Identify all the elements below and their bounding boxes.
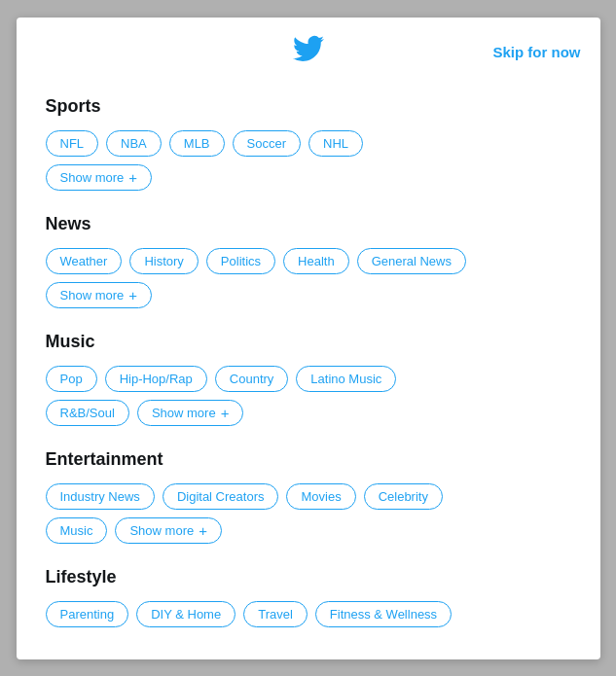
tags-row: R&B/SoulShow more+ xyxy=(46,400,571,426)
tags-row: Show more+ xyxy=(46,282,571,308)
tag-latino-music[interactable]: Latino Music xyxy=(296,366,396,392)
show-more-label: Show more xyxy=(60,288,125,302)
category-news: NewsWeatherHistoryPoliticsHealthGeneral … xyxy=(46,214,571,308)
category-music: MusicPopHip-Hop/RapCountryLatino MusicR&… xyxy=(46,332,571,426)
category-title-news: News xyxy=(46,214,571,234)
tag-movies[interactable]: Movies xyxy=(286,483,355,510)
show-more-entertainment[interactable]: Show more+ xyxy=(115,517,222,544)
tag-mlb[interactable]: MLB xyxy=(169,130,225,157)
tag-health[interactable]: Health xyxy=(283,248,349,274)
show-more-label: Show more xyxy=(152,406,216,420)
twitter-logo xyxy=(293,33,324,71)
tag-fitness---wellness[interactable]: Fitness & Wellness xyxy=(315,601,452,627)
plus-icon: + xyxy=(128,170,137,185)
category-lifestyle: LifestyleParentingDIY & HomeTravelFitnes… xyxy=(46,567,571,627)
tag-industry-news[interactable]: Industry News xyxy=(46,483,155,510)
tag-nfl[interactable]: NFL xyxy=(46,130,99,157)
tag-history[interactable]: History xyxy=(129,248,198,274)
tags-row: Show more+ xyxy=(46,164,571,191)
tag-pop[interactable]: Pop xyxy=(46,366,97,392)
category-title-entertainment: Entertainment xyxy=(46,449,571,470)
tag-nhl[interactable]: NHL xyxy=(308,130,363,157)
tag-r-b-soul[interactable]: R&B/Soul xyxy=(46,400,129,426)
tag-travel[interactable]: Travel xyxy=(243,601,308,627)
plus-icon: + xyxy=(128,288,137,302)
category-sports: SportsNFLNBAMLBSoccerNHLShow more+ xyxy=(46,96,571,191)
tag-parenting[interactable]: Parenting xyxy=(46,601,129,627)
plus-icon: + xyxy=(199,523,207,538)
tag-soccer[interactable]: Soccer xyxy=(233,130,301,157)
modal-header: Skip for now xyxy=(17,18,600,87)
plus-icon: + xyxy=(221,406,230,420)
show-more-music[interactable]: Show more+ xyxy=(137,400,244,426)
tag-general-news[interactable]: General News xyxy=(357,248,466,274)
modal-body[interactable]: SportsNFLNBAMLBSoccerNHLShow more+NewsWe… xyxy=(17,87,600,659)
show-more-sports[interactable]: Show more+ xyxy=(46,164,153,191)
tags-row: Industry NewsDigital CreatorsMoviesCeleb… xyxy=(46,483,571,510)
tag-politics[interactable]: Politics xyxy=(206,248,275,274)
tag-nba[interactable]: NBA xyxy=(106,130,162,157)
tag-digital-creators[interactable]: Digital Creators xyxy=(163,483,279,510)
category-title-sports: Sports xyxy=(46,96,571,117)
tags-row: NFLNBAMLBSoccerNHL xyxy=(46,130,571,157)
tag-diy---home[interactable]: DIY & Home xyxy=(136,601,236,627)
tags-row: ParentingDIY & HomeTravelFitness & Welln… xyxy=(46,601,571,627)
tag-weather[interactable]: Weather xyxy=(46,248,123,274)
modal-container: Skip for now SportsNFLNBAMLBSoccerNHLSho… xyxy=(17,18,600,659)
category-title-lifestyle: Lifestyle xyxy=(46,567,571,587)
category-title-music: Music xyxy=(46,332,571,352)
tags-row: PopHip-Hop/RapCountryLatino Music xyxy=(46,366,571,392)
show-more-label: Show more xyxy=(129,523,194,538)
tag-music[interactable]: Music xyxy=(46,517,108,544)
show-more-label: Show more xyxy=(60,170,125,185)
tags-row: MusicShow more+ xyxy=(46,517,571,544)
show-more-news[interactable]: Show more+ xyxy=(46,282,153,308)
category-entertainment: EntertainmentIndustry NewsDigital Creato… xyxy=(46,449,571,544)
tag-celebrity[interactable]: Celebrity xyxy=(364,483,443,510)
tag-country[interactable]: Country xyxy=(215,366,289,392)
tag-hip-hop-rap[interactable]: Hip-Hop/Rap xyxy=(105,366,207,392)
tags-row: WeatherHistoryPoliticsHealthGeneral News xyxy=(46,248,571,274)
skip-button[interactable]: Skip for now xyxy=(493,44,581,60)
